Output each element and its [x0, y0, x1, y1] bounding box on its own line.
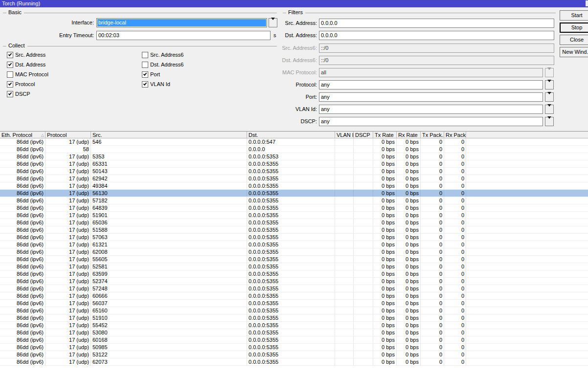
table-row[interactable]: 86dd (ipv6)17 (udp)571820.0.0.0:53550 bp…	[0, 197, 588, 204]
table-row[interactable]: 86dd (ipv6)17 (udp)5460.0.0.0:5470 bps0 …	[0, 138, 588, 146]
table-cell-filler	[466, 219, 588, 226]
table-row[interactable]: 86dd (ipv6)17 (udp)650360.0.0.0:53550 bp…	[0, 219, 588, 226]
collect-checkbox-mac-protocol[interactable]: MAC Protocol	[7, 71, 48, 78]
column-header-src[interactable]: Src.	[91, 132, 247, 138]
table-cell-filler	[466, 322, 588, 329]
table-cell: 0	[444, 336, 466, 343]
table-row[interactable]: 86dd (ipv6)17 (udp)629420.0.0.0:53550 bp…	[0, 175, 588, 182]
checkbox-icon	[7, 81, 13, 88]
table-cell: 0	[444, 168, 466, 175]
table-row[interactable]: 86dd (ipv6)17 (udp)620730.0.0.0:53550 bp…	[0, 358, 588, 366]
mac-protocol-dropdown-button	[545, 68, 554, 77]
table-cell: 86dd (ipv6)	[0, 182, 45, 189]
table-cell: 0.0.0.0	[247, 146, 335, 153]
table-cell: 86dd (ipv6)	[0, 234, 45, 241]
dscp-dropdown-button[interactable]	[545, 117, 554, 126]
table-cell: 64839	[91, 204, 247, 211]
close-button[interactable]: Close	[560, 35, 588, 45]
table-cell: 0	[421, 160, 444, 167]
column-header-vlan-id[interactable]: VLAN Id	[335, 132, 354, 138]
src-address-input[interactable]: 0.0.0.0	[319, 19, 554, 28]
column-header-rx-rate[interactable]: Rx Rate	[397, 132, 421, 138]
table-cell: 0 bps	[397, 248, 421, 255]
start-button[interactable]: Start	[560, 10, 588, 21]
column-header-rx-packets[interactable]: Rx Pack...	[444, 132, 466, 138]
collect-checkbox-dst-address6[interactable]: Dst. Address6	[142, 61, 183, 68]
table-row[interactable]: 86dd (ipv6)17 (udp)523740.0.0.0:53550 bp…	[0, 278, 588, 285]
protocol-dropdown-button[interactable]	[545, 80, 554, 89]
table-cell	[335, 175, 354, 182]
table-cell: 17 (udp)	[45, 336, 91, 343]
column-header-eth-protocol[interactable]: Eth. Protocol △	[0, 132, 45, 138]
table-cell: 0	[421, 146, 444, 153]
protocol-combobox[interactable]: any	[319, 80, 543, 89]
collect-checkbox-protocol[interactable]: Protocol	[7, 81, 35, 88]
dst-address-input[interactable]: 0.0.0.0	[319, 31, 554, 40]
table-row[interactable]: 86dd (ipv6)17 (udp)570630.0.0.0:53550 bp…	[0, 234, 588, 241]
table-row[interactable]: 86dd (ipv6)17 (udp)648390.0.0.0:53550 bp…	[0, 204, 588, 212]
table-cell: 0	[421, 234, 444, 241]
stop-button[interactable]: Stop	[560, 22, 588, 33]
entry-timeout-input[interactable]: 00:02:03	[96, 31, 271, 40]
table-row[interactable]: 86dd (ipv6)17 (udp)493840.0.0.0:53550 bp…	[0, 182, 588, 190]
collect-checkbox-src-address[interactable]: Src. Address	[7, 51, 45, 58]
table-row[interactable]: 86dd (ipv6)17 (udp)519010.0.0.0:53550 bp…	[0, 212, 588, 219]
table-row-selected[interactable]: 86dd (ipv6)17 (udp)561300.0.0.0:53550 bp…	[0, 190, 588, 197]
table-row[interactable]: 86dd (ipv6)17 (udp)515880.0.0.0:53550 bp…	[0, 226, 588, 234]
table-row[interactable]: 86dd (ipv6)17 (udp)53530.0.0.0:53530 bps…	[0, 153, 588, 160]
new-window-button[interactable]: New Wind...	[560, 47, 588, 57]
table-cell: 0 bps	[373, 219, 397, 226]
table-row[interactable]: 86dd (ipv6)17 (udp)601680.0.0.0:53550 bp…	[0, 336, 588, 344]
table-cell: 0.0.0.0:5355	[247, 322, 335, 329]
table-cell: 17 (udp)	[45, 358, 91, 365]
collect-checkbox-port[interactable]: Port	[142, 71, 160, 78]
table-cell: 0 bps	[373, 197, 397, 204]
table-row[interactable]: 86dd (ipv6)17 (udp)572480.0.0.0:53550 bp…	[0, 285, 588, 292]
column-header-tx-packets[interactable]: Tx Pack...	[421, 132, 444, 138]
table-row[interactable]: 86dd (ipv6)17 (udp)530800.0.0.0:53550 bp…	[0, 329, 588, 336]
table-row[interactable]: 86dd (ipv6)17 (udp)653310.0.0.0:53550 bp…	[0, 160, 588, 168]
table-row[interactable]: 86dd (ipv6)17 (udp)531220.0.0.0:53550 bp…	[0, 351, 588, 358]
port-dropdown-button[interactable]	[545, 92, 554, 102]
table-row[interactable]: 86dd (ipv6)17 (udp)501430.0.0.0:53550 bp…	[0, 168, 588, 175]
table-row[interactable]: 86dd (ipv6)17 (udp)554520.0.0.0:53550 bp…	[0, 322, 588, 329]
table-row[interactable]: 86dd (ipv6)17 (udp)556050.0.0.0:53550 bp…	[0, 256, 588, 263]
table-cell-filler	[466, 226, 588, 233]
table-row[interactable]: 86dd (ipv6)17 (udp)635990.0.0.0:53550 bp…	[0, 270, 588, 278]
table-cell: 0 bps	[397, 256, 421, 263]
table-row[interactable]: 86dd (ipv6)17 (udp)525810.0.0.0:53550 bp…	[0, 263, 588, 270]
table-row[interactable]: 86dd (ipv6)17 (udp)560370.0.0.0:53550 bp…	[0, 300, 588, 307]
interface-dropdown-button[interactable]	[269, 18, 277, 27]
collect-checkbox-dst-address[interactable]: Dst. Address	[7, 61, 45, 68]
port-combobox[interactable]: any	[319, 92, 543, 102]
column-header-tx-rate[interactable]: Tx Rate	[373, 132, 397, 138]
table-row[interactable]: 86dd (ipv6)17 (udp)620080.0.0.0:53550 bp…	[0, 248, 588, 256]
interface-combobox[interactable]: bridge-local	[96, 18, 267, 27]
collect-checkbox-src-address6[interactable]: Src. Address6	[142, 51, 183, 58]
vlan-id-combobox[interactable]: any	[319, 105, 543, 114]
vlan-id-dropdown-button[interactable]	[545, 105, 554, 114]
table-row[interactable]: 86dd (ipv6)17 (udp)519100.0.0.0:53550 bp…	[0, 314, 588, 322]
table-cell-filler	[466, 256, 588, 263]
column-header-protocol[interactable]: Protocol	[45, 132, 91, 138]
column-header-dst[interactable]: Dst.	[247, 132, 335, 138]
table-cell	[354, 248, 373, 255]
collect-checkbox-dscp[interactable]: DSCP	[7, 90, 30, 97]
collect-checkbox-vlan-id[interactable]: VLAN Id	[142, 81, 170, 88]
table-cell: 17 (udp)	[45, 175, 91, 182]
window-control-stub[interactable]	[586, 0, 588, 6]
table-cell: 0	[421, 307, 444, 314]
table-cell: 0 bps	[373, 226, 397, 233]
table-cell: 0.0.0.0:5355	[247, 314, 335, 321]
table-cell: 0 bps	[373, 278, 397, 285]
table-cell: 0	[421, 182, 444, 189]
table-cell: 0 bps	[373, 190, 397, 197]
table-row[interactable]: 86dd (ipv6)17 (udp)606660.0.0.0:53550 bp…	[0, 292, 588, 300]
table-row[interactable]: 86dd (ipv6)17 (udp)651600.0.0.0:53550 bp…	[0, 307, 588, 314]
table-row[interactable]: 86dd (ipv6)17 (udp)613210.0.0.0:53550 bp…	[0, 241, 588, 248]
table-row[interactable]: 86dd (ipv6)580.0.0.00 bps0 bps00	[0, 146, 588, 153]
dscp-combobox[interactable]: any	[319, 117, 543, 126]
table-row[interactable]: 86dd (ipv6)17 (udp)509850.0.0.0:53550 bp…	[0, 344, 588, 351]
table-cell: 0 bps	[397, 190, 421, 197]
column-header-dscp[interactable]: DSCP	[354, 132, 373, 138]
